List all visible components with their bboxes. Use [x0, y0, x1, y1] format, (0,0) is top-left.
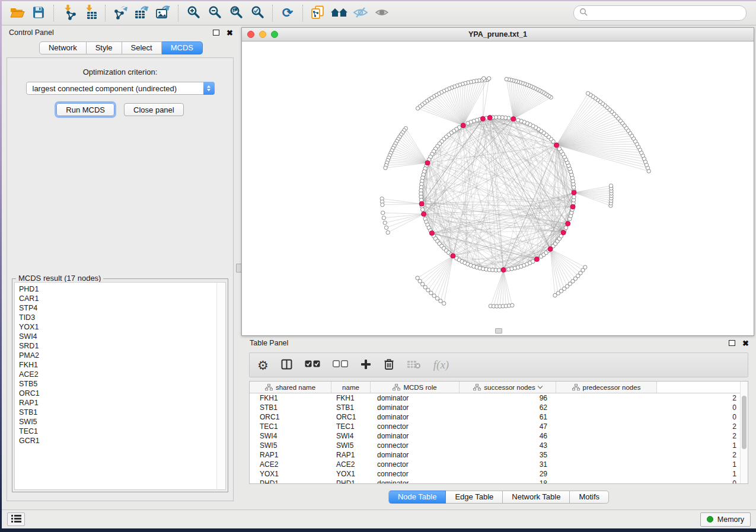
task-history-button[interactable] [7, 512, 25, 526]
column-header-successor-nodes[interactable]: successor nodes [460, 382, 556, 393]
save-session-button[interactable] [28, 4, 49, 22]
mcds-result-item[interactable]: GCR1 [19, 436, 225, 446]
table-row[interactable]: FKH1FKH1dominator962 [250, 393, 748, 403]
memory-label: Memory [717, 515, 744, 524]
close-panel-button[interactable]: Close panel [124, 103, 184, 116]
column-header-MCDS-role[interactable]: MCDS role [371, 382, 460, 393]
mcds-result-item[interactable]: SRD1 [19, 341, 225, 351]
mcds-result-item[interactable]: YOX1 [19, 322, 225, 332]
mcds-result-item[interactable]: STP4 [19, 303, 225, 313]
table-row[interactable]: SWI5SWI5connector431 [250, 441, 748, 450]
mcds-result-item[interactable]: SWI5 [19, 417, 225, 427]
import-table-button[interactable] [79, 4, 101, 22]
column-header-predecessor-nodes[interactable]: predecessor nodes [556, 382, 657, 393]
table-row[interactable]: PHD1PHD1dominator180 [250, 479, 748, 484]
close-table-panel-icon[interactable]: ✖ [742, 339, 749, 347]
mcds-result-item[interactable]: PMA2 [19, 351, 225, 360]
search-input[interactable] [591, 8, 741, 18]
column-type-icon [572, 384, 580, 390]
mcds-result-item[interactable]: STB1 [19, 408, 225, 417]
select-all-columns-button[interactable] [305, 357, 320, 373]
run-mcds-button[interactable]: Run MCDS [56, 103, 114, 116]
mcds-result-item[interactable]: TEC1 [19, 427, 225, 436]
tab-motifs[interactable]: Motifs [570, 491, 609, 504]
copy-views-button[interactable] [307, 4, 328, 22]
tab-network[interactable]: Network [39, 41, 87, 55]
horizontal-splitter-grip[interactable] [495, 328, 502, 334]
zoom-selected-button[interactable] [247, 4, 268, 22]
mcds-result-item[interactable]: PHD1 [19, 284, 225, 294]
memory-status-dot [707, 516, 713, 523]
mcds-result-item[interactable]: ORC1 [19, 389, 225, 398]
column-header-name[interactable]: name [331, 382, 371, 393]
window-close-traffic-light[interactable] [247, 31, 254, 38]
table-row[interactable]: ACE2ACE2connector311 [250, 460, 748, 469]
table-scrollbar[interactable] [740, 382, 748, 483]
hide-selected-button[interactable] [350, 4, 371, 22]
table-row[interactable]: TEC1TEC1connector472 [250, 422, 748, 431]
table-panel-header: Table Panel ✖ [241, 336, 756, 350]
table-row[interactable]: ORC1ORC1dominator610 [250, 412, 748, 422]
optimization-criterion-select[interactable]: largest connected component (undirected) [26, 82, 215, 95]
table-cell: YOX1 [331, 470, 371, 478]
mcds-result-item[interactable]: RAP1 [19, 398, 225, 408]
open-session-button[interactable] [7, 4, 28, 22]
network-canvas[interactable] [242, 41, 754, 336]
tab-edge-table[interactable]: Edge Table [446, 491, 503, 504]
table-settings-button[interactable]: ⚙ [257, 357, 269, 373]
tab-node-table[interactable]: Node Table [388, 491, 446, 504]
show-columns-button[interactable] [281, 357, 292, 373]
table-cell: STB1 [331, 403, 371, 412]
table-cell: 1 [556, 441, 746, 450]
mcds-result-item[interactable]: FKH1 [19, 360, 225, 370]
mcds-result-list[interactable]: PHD1CAR1STP4TID3YOX1SWI4SRD1PMA2FKH1ACE2… [14, 282, 226, 490]
table-cell: 2 [556, 422, 746, 431]
table-cell: 31 [460, 460, 556, 469]
network-window-titlebar[interactable]: YPA_prune.txt_1 [242, 28, 754, 41]
save-disk-icon [31, 5, 46, 21]
refresh-button[interactable]: ⟳ [277, 4, 298, 22]
tab-network-table[interactable]: Network Table [503, 491, 570, 504]
tab-style[interactable]: Style [87, 41, 122, 55]
table-scrollbar-thumb[interactable] [742, 396, 747, 449]
zoom-out-button[interactable] [204, 4, 225, 22]
table-cell: connector [371, 460, 460, 469]
zoom-in-button[interactable] [183, 4, 204, 22]
show-all-button[interactable] [371, 4, 393, 22]
search-box[interactable] [573, 5, 747, 21]
mcds-result-item[interactable]: TID3 [19, 313, 225, 322]
toolbar-separator [272, 5, 273, 21]
float-panel-icon[interactable] [213, 30, 219, 36]
delete-column-button[interactable] [384, 357, 394, 373]
deselect-all-columns-button[interactable] [333, 357, 348, 373]
mcds-result-item[interactable]: SWI4 [19, 332, 225, 341]
mcds-result-item[interactable]: STB5 [19, 379, 225, 389]
mcds-result-item[interactable]: CAR1 [19, 294, 225, 303]
table-row[interactable]: YOX1YOX1connector291 [250, 469, 748, 479]
window-zoom-traffic-light[interactable] [271, 31, 278, 38]
export-image-button[interactable] [152, 4, 174, 22]
table-row[interactable]: STB1STB1dominator620 [250, 403, 748, 412]
mcds-result-item[interactable]: ACE2 [19, 370, 225, 379]
table-cell: 61 [460, 413, 556, 421]
memory-button[interactable]: Memory [700, 512, 751, 527]
import-network-button[interactable] [58, 4, 79, 22]
window-minimize-traffic-light[interactable] [259, 31, 266, 38]
tab-mcds[interactable]: MCDS [162, 41, 203, 55]
table-cell: PHD1 [250, 479, 331, 484]
tab-select[interactable]: Select [122, 41, 162, 55]
table-cell: SWI4 [250, 432, 331, 440]
zoom-fit-button[interactable] [225, 4, 247, 22]
zoom-out-icon [208, 5, 222, 21]
float-table-panel-icon[interactable] [729, 340, 735, 346]
column-header-shared-name[interactable]: shared name [250, 382, 331, 393]
export-table-button[interactable] [131, 4, 152, 22]
table-cell: ACE2 [331, 460, 371, 469]
table-row[interactable]: RAP1RAP1dominator352 [250, 450, 748, 460]
first-neighbors-button[interactable] [328, 4, 350, 22]
table-row[interactable]: SWI4SWI4dominator462 [250, 431, 748, 441]
create-column-button[interactable] [361, 357, 371, 373]
close-panel-icon[interactable]: ✖ [227, 29, 233, 37]
export-network-button[interactable] [110, 4, 131, 22]
mcds-list-scrollbar[interactable] [216, 282, 226, 490]
